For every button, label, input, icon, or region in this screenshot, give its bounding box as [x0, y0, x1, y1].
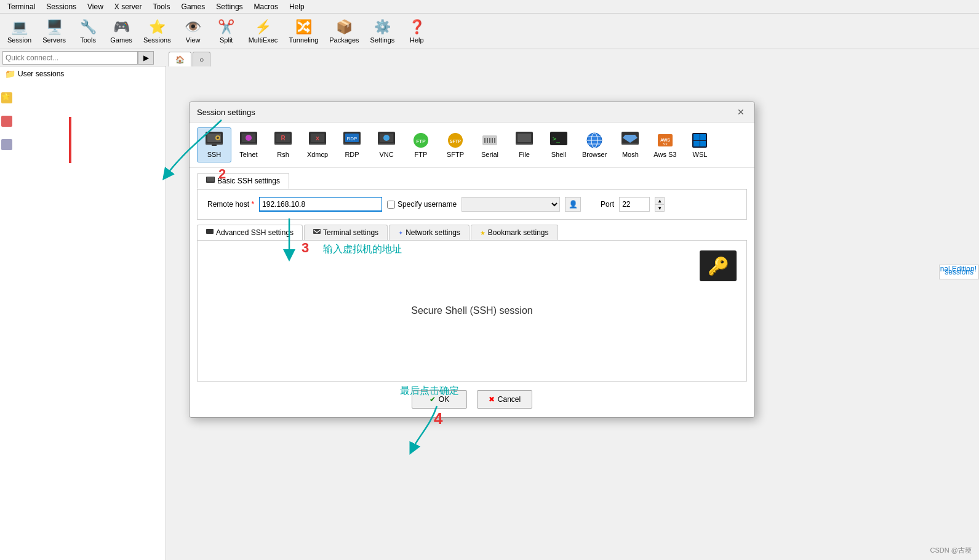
- protocol-awss3[interactable]: AWS S3 Aws S3: [647, 128, 682, 162]
- settings-tab-bar: Basic SSH settings: [190, 168, 754, 189]
- vnc-icon: [378, 132, 395, 149]
- basic-ssh-settings-tab[interactable]: Basic SSH settings: [197, 173, 289, 189]
- bookmark-star-icon: ★: [480, 230, 486, 236]
- xdmcp-icon: X: [309, 132, 326, 149]
- port-spinner: ▲ ▼: [655, 197, 665, 212]
- protocol-xdmcp-label: Xdmcp: [307, 151, 328, 158]
- username-dropdown[interactable]: [462, 197, 560, 212]
- ok-button[interactable]: ✔ OK: [412, 390, 467, 409]
- protocol-ssh-label: SSH: [207, 151, 222, 158]
- svg-text:RDP: RDP: [347, 136, 358, 142]
- svg-rect-39: [516, 143, 533, 145]
- shell-icon: >_: [550, 132, 567, 149]
- protocol-row: SSH Telnet: [190, 122, 754, 168]
- svg-rect-26: [378, 143, 395, 145]
- protocol-rsh[interactable]: R Rsh: [266, 128, 300, 162]
- svg-rect-61: [313, 229, 321, 234]
- svg-rect-57: [700, 141, 706, 146]
- protocol-rsh-label: Rsh: [277, 151, 289, 158]
- mosh-icon: [621, 132, 639, 149]
- protocol-wsl[interactable]: WSL: [682, 128, 717, 162]
- protocol-serial[interactable]: Serial: [473, 128, 507, 162]
- svg-rect-22: [343, 143, 361, 145]
- specify-username-checkbox[interactable]: [387, 201, 395, 209]
- advanced-ssh-icon: [206, 229, 214, 236]
- protocol-serial-label: Serial: [481, 151, 498, 158]
- remote-host-row: Remote host * Specify username 👤 Port ▲ …: [207, 197, 737, 212]
- protocol-mosh[interactable]: Mosh: [613, 128, 647, 162]
- protocol-telnet[interactable]: Telnet: [231, 128, 266, 162]
- form-area: Remote host * Specify username 👤 Port ▲ …: [197, 189, 747, 220]
- modal-title: Session settings: [197, 108, 255, 117]
- rdp-icon: RDP: [343, 132, 361, 149]
- modal-overlay: Session settings ✕ SSH: [0, 0, 979, 560]
- svg-rect-3: [212, 145, 217, 146]
- cancel-button[interactable]: ✖ Cancel: [477, 390, 532, 409]
- protocol-vnc[interactable]: VNC: [369, 128, 404, 162]
- protocol-sftp-label: SFTP: [447, 151, 464, 158]
- svg-text:S3: S3: [663, 142, 668, 146]
- advanced-ssh-tab-label: Advanced SSH settings: [216, 228, 294, 237]
- button-row: ✔ OK ✖ Cancel: [190, 382, 754, 417]
- ssh-icon: [206, 132, 223, 149]
- port-up-button[interactable]: ▲: [655, 197, 665, 204]
- svg-rect-59: [207, 177, 214, 182]
- key-icon-box: 🔑: [700, 250, 737, 281]
- awss3-icon: AWS S3: [657, 132, 674, 149]
- svg-rect-49: [621, 143, 639, 145]
- close-button[interactable]: ✕: [735, 106, 747, 118]
- svg-rect-10: [240, 143, 257, 145]
- session-description: Secure Shell (SSH) session: [411, 305, 532, 316]
- protocol-mosh-label: Mosh: [622, 151, 639, 158]
- protocol-rdp[interactable]: RDP RDP: [335, 128, 369, 162]
- protocol-telnet-label: Telnet: [239, 151, 257, 158]
- network-settings-tab[interactable]: ✦ Network settings: [389, 225, 470, 240]
- network-settings-tab-label: Network settings: [406, 228, 460, 237]
- svg-text:AWS: AWS: [660, 138, 670, 142]
- protocol-rdp-label: RDP: [345, 151, 359, 158]
- protocol-ftp[interactable]: FTP FTP: [404, 128, 438, 162]
- svg-text:>_: >_: [553, 135, 561, 143]
- ok-label: OK: [439, 395, 449, 404]
- rsh-icon: R: [274, 132, 292, 149]
- svg-rect-60: [206, 229, 214, 234]
- terminal-settings-tab-label: Terminal settings: [323, 228, 378, 237]
- svg-text:X: X: [316, 135, 319, 142]
- bookmark-settings-tab[interactable]: ★ Bookmark settings: [471, 225, 558, 240]
- svg-rect-14: [274, 143, 292, 145]
- protocol-sftp[interactable]: SFTP SFTP: [438, 128, 473, 162]
- session-settings-dialog: Session settings ✕ SSH: [189, 102, 755, 418]
- protocol-ssh[interactable]: SSH: [197, 127, 231, 162]
- user-icon-button[interactable]: 👤: [565, 197, 581, 212]
- svg-text:SFTP: SFTP: [450, 139, 461, 143]
- network-icon: ✦: [398, 230, 403, 236]
- advanced-ssh-tab[interactable]: Advanced SSH settings: [197, 225, 303, 240]
- protocol-browser-label: Browser: [582, 151, 607, 158]
- protocol-browser[interactable]: Browser: [576, 128, 613, 162]
- port-down-button[interactable]: ▼: [655, 204, 665, 212]
- cancel-label: Cancel: [498, 395, 521, 404]
- serial-icon: [481, 132, 498, 149]
- required-star: *: [251, 200, 254, 209]
- protocol-ftp-label: FTP: [415, 151, 428, 158]
- protocol-file[interactable]: File: [507, 128, 541, 162]
- ssh-small-icon: [206, 177, 215, 185]
- port-input[interactable]: [619, 197, 650, 212]
- key-icon: 🔑: [708, 256, 729, 276]
- cancel-x-icon: ✖: [489, 395, 495, 404]
- protocol-shell[interactable]: >_ Shell: [541, 128, 576, 162]
- basic-ssh-tab-label: Basic SSH settings: [217, 177, 280, 185]
- protocol-xdmcp[interactable]: X Xdmcp: [300, 128, 335, 162]
- svg-rect-38: [517, 134, 531, 142]
- modal-title-bar: Session settings ✕: [190, 102, 754, 122]
- telnet-icon: [240, 132, 257, 149]
- remote-host-label: Remote host *: [207, 200, 254, 209]
- remote-host-input[interactable]: [259, 197, 382, 212]
- port-label: Port: [601, 200, 614, 209]
- svg-point-9: [246, 135, 252, 141]
- svg-rect-55: [700, 134, 706, 140]
- terminal-settings-tab[interactable]: Terminal settings: [304, 225, 388, 240]
- terminal-settings-icon: [313, 229, 321, 236]
- protocol-shell-label: Shell: [551, 151, 566, 158]
- specify-username-label: Specify username: [398, 200, 457, 209]
